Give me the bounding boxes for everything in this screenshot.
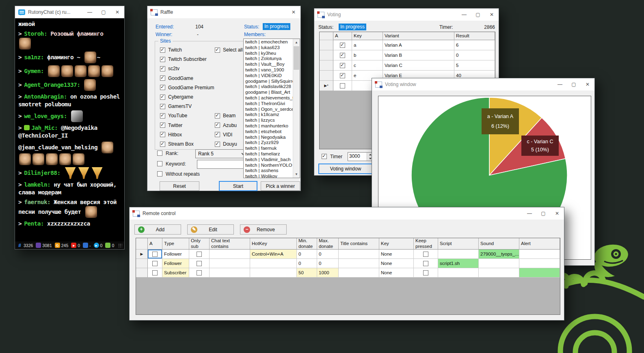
raffle-titlebar[interactable]: Raffle ✕ [147,6,300,18]
site-checkbox-twitter[interactable] [160,123,165,128]
cell-checkbox[interactable] [423,270,428,276]
member-list-item[interactable]: twitch | k1llcamz [245,112,293,118]
row-selector[interactable] [136,259,148,268]
column-header-keep-pressed[interactable]: Keep pressed [414,238,438,250]
grid-cell[interactable] [519,268,560,278]
cell-checkbox[interactable] [340,83,345,88]
chat-message-list[interactable]: живой >Storoh: Розовый фламинго >sa1nz: … [15,18,124,241]
grid-cell[interactable]: c [352,60,383,71]
cell-checkbox[interactable] [340,63,345,68]
column-header-result[interactable]: Result [454,32,495,40]
member-list-item[interactable]: twitch | emochechen [245,39,293,45]
pick-a-winner-button[interactable]: Pick a winner [261,181,300,191]
member-list-item[interactable]: twitch | vano_1900 [245,67,293,73]
keyword-checkbox[interactable] [157,161,162,166]
scroll-down-icon[interactable]: ▼ [293,171,300,178]
member-list-item[interactable]: twitch | fameliarz [245,151,293,157]
scrollbar-thumb[interactable] [294,46,299,70]
grid-cell[interactable] [333,60,352,71]
grid-cell[interactable] [210,268,250,278]
site-checkbox-vidi[interactable] [215,132,220,137]
grid-cell[interactable] [250,259,297,268]
grid-cell[interactable]: 1000 [317,268,339,278]
grid-cell[interactable] [414,259,438,268]
table-row[interactable]: ▶FollowerControl+Win+A00None279000__tyop… [136,250,560,259]
chat-username[interactable]: faernuk: [24,199,54,205]
grid-cell[interactable] [339,250,379,259]
remote-grid[interactable]: ATypeOnly subChat text containsHotKeyMin… [136,238,560,315]
column-header-only-sub[interactable]: Only sub [189,238,210,250]
table-row[interactable]: cVarian C5 [320,60,495,71]
grid-cell[interactable]: 0 [317,250,339,259]
grid-cell[interactable]: Subscriber [162,268,189,278]
grid-cell[interactable] [148,250,162,259]
grid-cell[interactable] [479,268,519,278]
member-list-item[interactable]: twitch | ky3heu [245,51,293,56]
grid-cell[interactable]: Control+Win+A [250,250,297,259]
row-selector[interactable]: ▶ [136,250,148,259]
member-list-item[interactable]: twitch | Vladimir_bach [245,157,293,163]
grid-cell[interactable] [333,71,352,81]
timer-checkbox[interactable] [322,154,327,159]
grid-cell[interactable] [210,259,250,268]
grid-cell[interactable] [339,268,379,278]
close-icon[interactable]: ✕ [485,9,499,21]
grid-cell[interactable] [519,250,560,259]
maximize-icon[interactable]: ▢ [97,6,110,18]
site-checkbox-select-all[interactable] [215,47,220,53]
column-header-script[interactable]: Script [438,238,479,250]
chat-username[interactable]: AntonAbragin: [24,93,70,100]
table-row[interactable]: Subscriber501000None [136,268,560,278]
grid-cell[interactable] [210,250,250,259]
column-header-hotkey[interactable]: HotKey [250,238,297,250]
close-icon[interactable]: ✕ [110,6,124,18]
row-selector[interactable] [320,60,333,71]
cell-checkbox[interactable] [152,252,158,257]
chat-username[interactable]: we_love_gays: [24,113,70,119]
timer-spinner[interactable]: 3000 [348,152,374,161]
grid-cell[interactable]: Follower [162,259,189,268]
chat-username[interactable]: lamkeln: [24,181,54,188]
grid-cell[interactable]: 0 [317,259,339,268]
remote-titlebar[interactable]: Remote control — ▢ ✕ [130,207,564,220]
table-row[interactable]: aVarian A6 [320,40,495,50]
grid-cell[interactable] [148,268,162,278]
site-checkbox-sc2tv[interactable] [160,66,165,71]
column-header-min-donate[interactable]: Min. donate [297,238,317,250]
member-list-item[interactable]: twitch | Wolikov [245,174,293,178]
chat-username[interactable]: Agent_Orange1337: [24,82,83,88]
member-list-item[interactable]: twitch | faernuk [245,146,293,151]
grid-cell[interactable] [333,40,352,50]
site-checkbox-azubu[interactable] [215,123,220,128]
chat-username[interactable]: Dilinjer88: [24,170,64,176]
grid-cell[interactable]: b [352,50,383,60]
members-scrollbar[interactable]: ▲ ▼ [293,39,300,178]
member-list-item[interactable]: twitch | Zyzz929 [245,140,293,146]
column-header-type[interactable]: Type [162,238,189,250]
member-list-item[interactable]: twitch | vladislavlik228 [245,84,293,90]
grid-cell[interactable] [333,81,352,91]
start-button[interactable]: Start [219,181,257,191]
cell-checkbox[interactable] [423,252,428,257]
table-row[interactable]: Follower00Nonescript1.sh [136,259,560,268]
grid-cell[interactable]: Varian A [383,40,454,50]
column-header-alert[interactable]: Alert [519,238,560,250]
member-list-item[interactable]: twitch | asshens [245,168,293,174]
member-list-item[interactable]: twitch | Ogon_v_serdce [245,107,293,112]
grid-cell[interactable] [333,50,352,60]
row-selector[interactable]: ▶* [320,81,333,91]
row-selector[interactable] [136,268,148,278]
minimize-icon[interactable]: — [523,207,536,220]
member-list-item[interactable]: twitch | lizzycs [245,118,293,123]
grid-cell[interactable]: script1.sh [438,259,479,268]
maximize-icon[interactable]: ▢ [536,207,550,220]
site-checkbox-cybergame[interactable] [160,95,165,100]
remove-button[interactable]: −Remove [240,224,287,235]
grid-cell[interactable]: 6 [454,40,495,50]
grid-cell[interactable] [438,250,479,259]
column-header-sound[interactable]: Sound [479,238,519,250]
scroll-up-icon[interactable]: ▲ [293,39,300,46]
member-list-item[interactable]: twitch | ViDE0KiD [245,73,293,79]
chat-username[interactable]: Storoh: [24,30,50,37]
member-list-item[interactable]: twitch | Negodyaika [245,135,293,140]
